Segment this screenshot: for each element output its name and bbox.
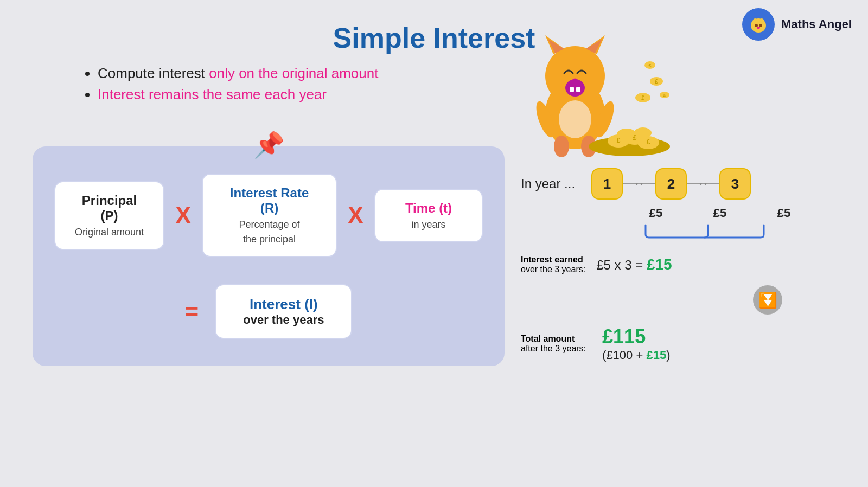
formula-bottom-row: = Interest (I) over the years: [185, 284, 353, 339]
page-title: Simple Interest: [0, 22, 868, 54]
year-connector-2: [687, 183, 719, 184]
total-amount-row: Total amount after the 3 years: £115 (£1…: [521, 325, 852, 362]
svg-point-19: [554, 136, 569, 157]
formula-card: 📌 Principal (P) Original amount X Intere…: [33, 146, 505, 366]
pin-icon: 📌: [253, 130, 284, 159]
logo-text: Maths Angel: [781, 17, 852, 31]
svg-text:£: £: [648, 63, 651, 68]
interest-formula: £5 x 3 = £15: [596, 256, 672, 273]
down-arrow-icon: ⏬: [753, 285, 782, 315]
result-box: Interest (I) over the years: [215, 284, 352, 339]
svg-text:£: £: [633, 134, 637, 142]
svg-point-21: [559, 100, 591, 138]
formula-top-row: Principal (P) Original amount X Interest…: [54, 174, 483, 257]
total-formula-text: (£100 +: [602, 348, 646, 362]
interest-earned-row: Interest earned over the 3 years: £5 x 3…: [521, 255, 852, 274]
interest-formula-text: £5 x 3 =: [596, 258, 647, 272]
year-bubble-2: 2: [655, 168, 687, 200]
interest-rate-box: Interest Rate (R) Percentage of the prin…: [202, 174, 336, 257]
total-amount-label-area: Total amount after the 3 years:: [521, 334, 586, 354]
svg-text:£: £: [641, 95, 644, 101]
year-connector-1: [623, 183, 655, 184]
cat-illustration: £ £ £ £ £ £ £: [510, 11, 673, 157]
year-row: In year ... 1 2 3: [521, 168, 852, 200]
total-amount-main: £115: [602, 325, 670, 348]
brace-area: [640, 222, 852, 239]
spacer-2: [736, 206, 768, 220]
multiply-sign-1: X: [175, 202, 191, 229]
svg-point-4: [755, 24, 758, 27]
logo-area: Maths Angel: [742, 8, 852, 41]
spacer-1: [672, 206, 704, 220]
year-amount-3: £5: [768, 206, 800, 220]
principal-title: Principal (P): [72, 193, 147, 223]
total-formula-end: ): [666, 348, 670, 362]
interest-rate-sub2: the principal: [219, 234, 319, 245]
svg-text:£: £: [663, 93, 666, 98]
time-subtitle: in years: [392, 219, 465, 230]
amounts-row: £5 £5 £5: [640, 206, 852, 220]
principal-box: Principal (P) Original amount: [54, 181, 164, 250]
right-panel: In year ... 1 2 3 £5 £5 £5: [521, 168, 852, 362]
total-formula-green: £15: [646, 348, 666, 362]
svg-rect-15: [570, 87, 574, 92]
bullet-2: Interest remains the same each year: [98, 86, 868, 103]
svg-text:£: £: [647, 138, 650, 146]
year-sequence: 1 2 3: [591, 168, 751, 200]
total-amount-sub: after the 3 years:: [521, 344, 586, 354]
result-title: Interest (I): [243, 296, 324, 313]
total-amount-label: Total amount: [521, 334, 575, 343]
year-amount-2: £5: [704, 206, 736, 220]
interest-earned-label-area: Interest earned over the 3 years:: [521, 255, 585, 274]
total-amount-value-area: £115 (£100 + £15): [602, 325, 670, 362]
year-amount-1: £5: [640, 206, 672, 220]
multiply-sign-2: X: [348, 202, 363, 229]
logo-icon: [742, 8, 775, 41]
equals-sign: =: [185, 298, 199, 325]
interest-rate-sub1: Percentage of: [219, 219, 319, 230]
time-title: Time (t): [392, 201, 465, 216]
interest-result: £15: [647, 256, 672, 273]
total-amount-formula: (£100 + £15): [602, 348, 670, 362]
svg-point-5: [759, 24, 762, 27]
interest-earned-label: Interest earned: [521, 255, 583, 264]
bullet-2-text: Interest remains the same each year: [98, 86, 327, 102]
page-header: Simple Interest: [0, 0, 868, 60]
svg-point-6: [757, 27, 760, 29]
bullet-list: Compute interest only on the original am…: [87, 65, 868, 103]
svg-text:£: £: [617, 137, 621, 144]
svg-point-8: [545, 46, 605, 106]
year-bubble-1: 1: [591, 168, 623, 200]
svg-rect-16: [576, 87, 580, 92]
bullet-1: Compute interest only on the original am…: [98, 65, 868, 82]
svg-point-27: [634, 127, 652, 138]
result-subtitle: over the years: [243, 313, 324, 327]
time-box: Time (t) in years: [374, 189, 483, 242]
interest-earned-sub: over the 3 years:: [521, 265, 585, 274]
in-year-label: In year ...: [521, 176, 575, 191]
svg-text:£: £: [655, 79, 658, 85]
bullet-1-normal: Compute interest: [98, 65, 209, 81]
bullet-1-colored: only on the original amount: [209, 65, 378, 81]
principal-subtitle: Original amount: [72, 227, 147, 238]
down-arrow-area: ⏬: [684, 285, 852, 315]
interest-rate-title: Interest Rate (R): [219, 185, 319, 216]
year-bubble-3: 3: [719, 168, 751, 200]
